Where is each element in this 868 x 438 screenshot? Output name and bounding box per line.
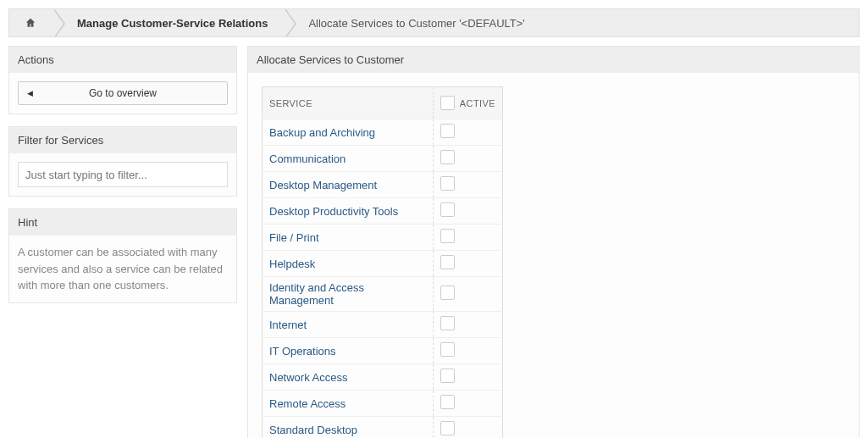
table-row: Desktop Management <box>263 172 503 198</box>
hint-text: A customer can be associated with many s… <box>9 236 236 302</box>
active-checkbox[interactable] <box>440 286 455 300</box>
active-checkbox[interactable] <box>440 150 455 164</box>
main-panel-title: Allocate Services to Customer <box>248 47 859 73</box>
table-row: Standard Desktop <box>263 417 503 439</box>
main-panel: Allocate Services to Customer SERVICE AC… <box>247 46 860 438</box>
home-icon <box>25 17 36 29</box>
service-link[interactable]: Desktop Management <box>269 179 377 191</box>
hint-panel-title: Hint <box>9 209 236 236</box>
filter-panel-title: Filter for Services <box>9 127 236 153</box>
service-link[interactable]: Desktop Productivity Tools <box>269 205 398 218</box>
table-row: File / Print <box>263 225 503 251</box>
table-row: Communication <box>263 146 503 172</box>
table-row: Identity and Access Management <box>263 277 503 312</box>
active-checkbox[interactable] <box>440 342 455 357</box>
service-link[interactable]: File / Print <box>269 231 319 244</box>
active-checkbox[interactable] <box>440 316 455 330</box>
hint-panel: Hint A customer can be associated with m… <box>8 208 237 303</box>
table-row: IT Operations <box>263 338 503 364</box>
breadcrumb-allocate-label: Allocate Services to Customer '<DEFAULT>… <box>308 17 524 30</box>
breadcrumb-allocate: Allocate Services to Customer '<DEFAULT>… <box>285 9 541 36</box>
service-link[interactable]: Standard Desktop <box>269 424 357 436</box>
go-to-overview-label: Go to overview <box>89 87 157 99</box>
service-table: SERVICE ACTIVE Backup and ArchivingCommu… <box>262 86 503 438</box>
col-header-service: SERVICE <box>263 87 434 119</box>
active-checkbox[interactable] <box>440 176 455 191</box>
active-checkbox[interactable] <box>440 369 455 383</box>
arrow-left-icon: ◀ <box>27 89 33 97</box>
service-link[interactable]: Helpdesk <box>269 258 315 270</box>
table-row: Backup and Archiving <box>263 119 503 146</box>
service-link[interactable]: Communication <box>269 152 346 165</box>
active-checkbox[interactable] <box>440 202 455 217</box>
table-row: Desktop Productivity Tools <box>263 198 503 225</box>
col-header-active-label: ACTIVE <box>460 98 495 108</box>
active-checkbox[interactable] <box>440 255 455 269</box>
active-checkbox[interactable] <box>440 421 455 435</box>
filter-input[interactable] <box>18 162 228 187</box>
actions-panel-title: Actions <box>9 47 236 73</box>
service-link[interactable]: IT Operations <box>269 345 336 358</box>
table-row: Remote Access <box>263 391 503 417</box>
go-to-overview-button[interactable]: ◀ Go to overview <box>18 81 228 105</box>
breadcrumb-manage[interactable]: Manage Customer-Service Relations <box>53 9 285 36</box>
service-link[interactable]: Backup and Archiving <box>269 126 375 139</box>
sidebar: Actions ◀ Go to overview Filter for Serv… <box>8 46 237 315</box>
service-link[interactable]: Internet <box>269 319 307 331</box>
table-row: Network Access <box>263 364 503 391</box>
table-row: Internet <box>263 312 503 338</box>
breadcrumb-home[interactable] <box>9 9 53 36</box>
table-row: Helpdesk <box>263 251 503 277</box>
active-checkbox[interactable] <box>440 229 455 243</box>
service-link[interactable]: Remote Access <box>269 397 346 410</box>
col-header-active: ACTIVE <box>433 87 502 119</box>
breadcrumb-manage-label: Manage Customer-Service Relations <box>77 17 268 30</box>
breadcrumb: Manage Customer-Service Relations Alloca… <box>8 8 860 37</box>
active-checkbox[interactable] <box>440 395 455 409</box>
filter-panel: Filter for Services <box>8 126 237 197</box>
select-all-checkbox[interactable] <box>440 96 455 110</box>
service-link[interactable]: Network Access <box>269 371 347 384</box>
active-checkbox[interactable] <box>440 124 455 138</box>
actions-panel: Actions ◀ Go to overview <box>8 46 237 114</box>
service-link[interactable]: Identity and Access Management <box>269 281 364 307</box>
